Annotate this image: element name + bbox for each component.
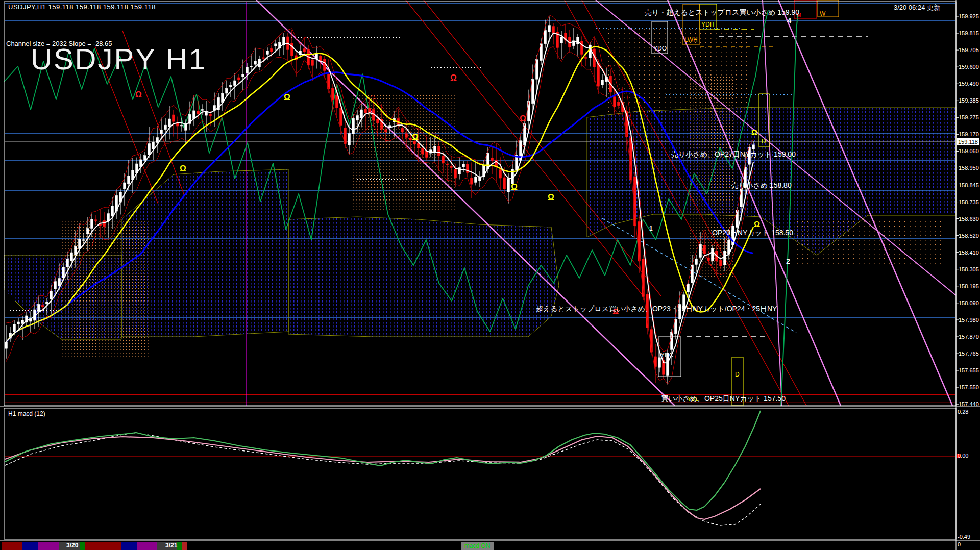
timeline-day-segment <box>121 542 137 550</box>
symbol-watermark: USDJPY H1 <box>31 42 207 76</box>
svg-text:4: 4 <box>787 16 792 25</box>
axis-price-label: 159.815 <box>959 30 979 36</box>
price-level-annotation: 買い小さめ、OP25日NYカット 157.50 <box>661 394 786 404</box>
trading-terminal-chart[interactable]: YDHLWHYDOYDCDDMW421YDLΩΩΩΩΩΩΩΩΩΩΩ USDJPY… <box>0 0 980 551</box>
svg-text:YDH: YDH <box>701 21 714 28</box>
svg-text:Ω: Ω <box>751 128 757 136</box>
svg-text:D: D <box>762 138 766 145</box>
svg-text:Ω: Ω <box>548 193 554 202</box>
update-timestamp: 3/20 06:24 更新 <box>894 3 940 12</box>
timeline-day-segment <box>38 542 59 550</box>
price-level-annotation: OP20日NYカット 158.50 <box>712 229 793 238</box>
timeline-day-segment <box>177 542 182 550</box>
macd-panel <box>0 408 980 551</box>
macd-axis-bottom: -0.49 <box>958 534 970 540</box>
price-level-annotation: 超えるとストップロス買い小さめ、OP23・25日NYカット/OP24・25日NY <box>536 305 777 314</box>
timeline-day-segment <box>80 542 85 550</box>
current-price-box: 159.118 <box>957 138 979 145</box>
timeline-day-segment <box>85 542 121 550</box>
price-level-annotation: 売り小さめ 158.80 <box>731 181 792 190</box>
macd-axis-top: 0.28 <box>958 409 968 415</box>
axis-price-label: 159.600 <box>959 64 979 70</box>
price-level-annotation: 売り・超えるとストップロス買い小さめ 159.90 <box>645 8 799 17</box>
axis-price-label: 159.060 <box>959 148 979 154</box>
svg-text:Ω: Ω <box>180 164 186 173</box>
macd-indicator-label: H1 macd (12) <box>8 410 45 417</box>
axis-price-label: 159.490 <box>959 81 979 87</box>
timeline-day-segment <box>22 542 38 550</box>
axis-price-label: 158.410 <box>959 249 979 256</box>
axis-price-label: 159.170 <box>959 131 979 137</box>
svg-text:Ω: Ω <box>511 183 518 191</box>
axis-price-label: 158.950 <box>959 165 979 171</box>
svg-text:Ω: Ω <box>412 133 419 141</box>
svg-text:Ω: Ω <box>450 73 457 82</box>
svg-text:Ω: Ω <box>135 90 142 99</box>
timeline-day-segment <box>182 542 187 550</box>
price-level-annotation: 売り小さめ、OP27日NYカット 159.00 <box>671 150 796 159</box>
axis-price-label: 157.655 <box>959 367 979 373</box>
svg-text:D: D <box>735 371 740 378</box>
axis-price-label: 158.305 <box>959 266 979 272</box>
svg-text:Ω: Ω <box>284 93 290 102</box>
svg-text:1: 1 <box>649 225 653 232</box>
svg-text:LWH: LWH <box>684 36 698 43</box>
svg-text:W: W <box>820 10 826 17</box>
axis-price-label: 157.870 <box>959 334 979 340</box>
svg-text:2: 2 <box>786 257 790 265</box>
axis-price-label: 157.440 <box>959 401 979 407</box>
chart-canvas[interactable]: YDHLWHYDOYDCDDMW421YDLΩΩΩΩΩΩΩΩΩΩΩ <box>0 0 980 551</box>
axis-price-label: 159.385 <box>959 97 979 104</box>
axis-price-label: 158.090 <box>959 300 979 306</box>
axis-price-label: 157.550 <box>959 384 979 390</box>
timeline-date-label: 3/21 <box>165 542 177 549</box>
axis-price-label: 158.520 <box>959 233 979 239</box>
axis-price-label: 159.705 <box>959 47 979 53</box>
axis-price-label: 159.275 <box>959 114 979 120</box>
axis-price-label: 158.630 <box>959 216 979 222</box>
svg-text:YDC: YDC <box>660 352 674 359</box>
chart-title: USDJPY,H1 159.118 159.118 159.118 159.11… <box>8 3 156 11</box>
timeline-date-label: 3/20 <box>66 542 78 549</box>
svg-text:Ω: Ω <box>520 114 526 123</box>
timeline-day-segment <box>2 542 22 550</box>
macd-on-toggle[interactable]: macd ON <box>461 542 494 550</box>
axis-price-label: 158.735 <box>959 199 979 205</box>
axis-price-label: 157.980 <box>959 317 979 323</box>
axis-price-label: 158.845 <box>959 182 979 188</box>
svg-text:YDO: YDO <box>653 45 667 52</box>
axis-price-label: 158.195 <box>959 283 979 289</box>
macd-axis-zero-bottom: 0 <box>958 541 961 547</box>
svg-text:Ω: Ω <box>754 219 760 228</box>
timeline-day-segment <box>137 542 157 550</box>
axis-price-label: 157.765 <box>959 350 979 357</box>
macd-axis-zero: 0.00 <box>958 453 968 459</box>
axis-price-label: 159.925 <box>959 13 979 19</box>
